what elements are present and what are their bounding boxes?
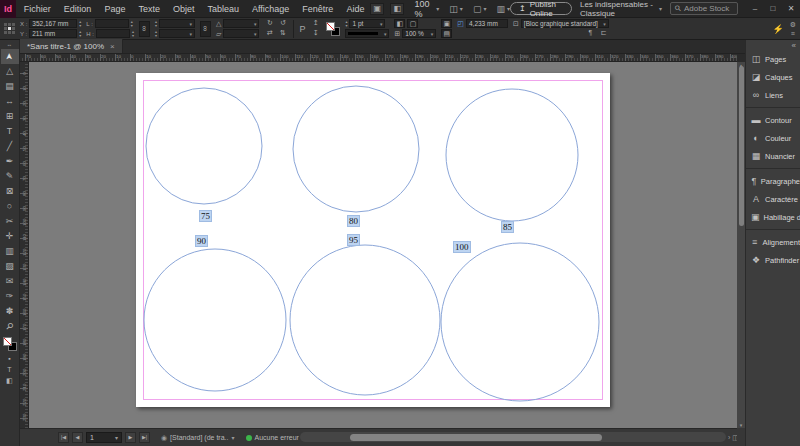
circle-label-90[interactable]: 90 [195,235,208,247]
maximize-button[interactable]: □ [764,0,782,18]
panel-grip[interactable]: ▪▪ [8,43,12,47]
corner-radius-field[interactable]: 4,233 mm [466,19,508,28]
scale-y-field[interactable]: ▾ [159,29,195,38]
select-content-button[interactable]: ↧ [310,29,321,38]
circle-frame-100[interactable] [441,243,599,401]
arrange-documents-menu[interactable]: ▥▾ [496,4,510,14]
circle-frame-90[interactable] [144,249,286,391]
next-page-button[interactable]: ▶ [125,432,136,443]
tab-close-icon[interactable]: × [110,42,115,51]
app-icon-2[interactable]: ◧ [390,3,404,15]
stroke-type-select[interactable]: ▾ [345,29,389,38]
circle-frame-75[interactable] [146,88,262,204]
circle-label-100[interactable]: 100 [453,241,471,253]
hand-tool[interactable]: ✽ [1,304,19,319]
tools-fill-stroke-proxy[interactable] [3,337,17,351]
dock-item-alignement[interactable]: ≡Alignement [746,233,800,251]
fill-swatch-none[interactable] [3,337,12,346]
eyedropper-tool[interactable]: ✑ [1,289,19,304]
menu-page[interactable]: Page [104,4,125,14]
dock-item-liens[interactable]: ∞Liens [746,86,800,104]
dock-item-calques[interactable]: ◪Calques [746,68,800,86]
horizontal-scrollbar[interactable] [300,432,726,442]
cc-libraries-icon[interactable]: ⚡ [772,24,783,34]
vertical-scrollbar[interactable]: ▴ ▾ [737,62,745,428]
menu-fenêtre[interactable]: Fenêtre [302,4,333,14]
gradient-tool[interactable]: ▥ [1,244,19,259]
dock-item-paragraphe[interactable]: ¶Paragraphe [746,172,800,190]
document-tab[interactable]: *Sans titre-1 @ 100% × [20,39,123,53]
circle-label-95[interactable]: 95 [347,234,360,246]
flip-vertical-button[interactable]: ⇅ [277,29,288,38]
menu-aide[interactable]: Aide [346,4,364,14]
dock-item-nuancier[interactable]: ▦Nuancier [746,147,800,165]
error-status[interactable]: Aucune erreur ▾ [246,434,305,441]
circle-frame-95[interactable] [290,245,440,395]
content-collector-tool[interactable]: ⊞ [1,109,19,124]
horizontal-ruler[interactable]: 7060504030201001020304050607080901001101… [20,54,737,62]
x-stepper[interactable]: ▴▾ [79,20,81,27]
circle-label-85[interactable]: 85 [501,221,514,233]
line-tool[interactable]: ╱ [1,139,19,154]
object-style-select[interactable]: [Bloc graphique standard]▾ [521,19,609,28]
reference-point-proxy[interactable] [4,23,15,34]
tool-option-button-3[interactable]: ◧ [3,375,17,386]
screen-mode-menu[interactable]: ◫▾ [449,4,463,14]
rotate-cw-button[interactable]: ↻ [264,19,275,28]
fill-swatch-none[interactable] [326,22,335,31]
menu-fichier[interactable]: Fichier [24,4,51,14]
pasteboard[interactable]: 7580859095100 [29,62,737,428]
effect-icon-1[interactable]: ◧ [394,19,405,28]
dock-item-couleur[interactable]: ◐Couleur [746,129,800,147]
minimize-button[interactable]: – [746,0,764,18]
circle-frame-80[interactable] [293,86,419,212]
scroll-end-icon-1[interactable]: › [728,433,730,442]
circle-label-75[interactable]: 75 [199,210,212,222]
height-field[interactable] [96,29,130,38]
circle-frame-85[interactable] [446,89,578,221]
pen-tool[interactable]: ✒ [1,154,19,169]
dock-item-habillage-d-[interactable]: ▣Habillage d... [746,208,800,226]
rectangle-frame-tool[interactable]: ⊠ [1,184,19,199]
menu-objet[interactable]: Objet [173,4,195,14]
first-page-button[interactable]: |◀ [58,432,69,443]
constrain-proportions-toggle[interactable]: ∞ [139,21,150,37]
workspace-switcher[interactable]: Les indispensables - Classique ▾ [580,0,662,18]
select-container-button[interactable]: ↥ [310,19,321,28]
dock-item-contour[interactable]: ▬Contour [746,111,800,129]
gradient-feather-tool[interactable]: ▨ [1,259,19,274]
wrap-icon-1[interactable]: ¶ [585,29,596,38]
constrain-scale-toggle[interactable]: ∞ [200,21,211,37]
view-options-menu[interactable]: ▢▾ [473,4,487,14]
document-page[interactable]: 7580859095100 [136,73,610,407]
zoom-tool[interactable]: ⚲ [1,319,19,334]
expand-panels-icon[interactable]: « [746,40,800,50]
menu-edition[interactable]: Edition [64,4,92,14]
fit-content-button-1[interactable]: ▣ [441,19,452,28]
scale-x-field[interactable]: ▾ [159,19,195,28]
close-button[interactable]: ✕ [782,0,800,18]
fit-content-button-2[interactable]: ▤ [441,29,452,38]
width-field[interactable] [95,19,129,28]
gear-icon[interactable]: ⚙ [790,21,796,29]
scale-x-stepper[interactable]: ▴▾ [155,20,157,27]
ellipse-tool[interactable]: ○ [1,199,19,214]
circle-label-80[interactable]: 80 [347,215,360,227]
rotate-ccw-button[interactable]: ↺ [277,19,288,28]
height-stepper[interactable]: ▴▾ [132,30,134,37]
vertical-scroll-thumb[interactable] [739,66,744,226]
dock-item-pages[interactable]: ◫Pages [746,50,800,68]
preflight-menu[interactable]: ◉ [Standard] (de tra.. ▾ [161,434,235,442]
menu-tableau[interactable]: Tableau [207,4,239,14]
dock-item-caract-re[interactable]: ACaractère [746,190,800,208]
type-tool[interactable]: T [1,124,19,139]
width-stepper[interactable]: ▴▾ [131,20,133,27]
stroke-weight-stepper[interactable]: ▴▾ [345,20,347,27]
scissors-tool[interactable]: ✂ [1,214,19,229]
effect-icon-2[interactable]: ▢ [407,19,418,28]
free-transform-tool[interactable]: ✛ [1,229,19,244]
selection-tool[interactable]: ➤ [1,49,19,64]
previous-page-button[interactable]: ◀ [72,432,83,443]
tool-option-button-1[interactable]: ▪ [3,353,17,364]
page-tool[interactable]: ▤ [1,79,19,94]
